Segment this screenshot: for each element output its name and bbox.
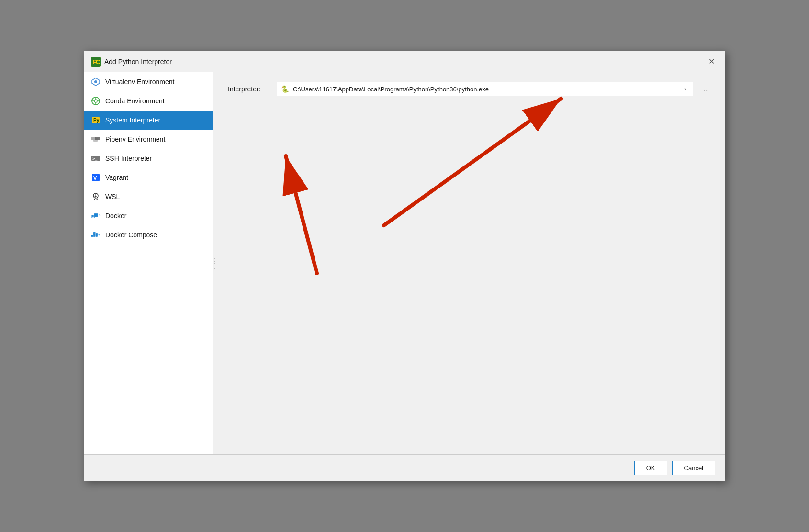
sidebar-label-docker: Docker — [105, 212, 126, 220]
interpreter-path: C:\Users\11617\AppData\Local\Programs\Py… — [293, 86, 677, 93]
svg-rect-25 — [94, 213, 96, 215]
browse-button[interactable]: ... — [699, 82, 713, 96]
sidebar-item-system[interactable]: Py System Interpreter — [84, 111, 213, 130]
add-python-interpreter-dialog: P C Add Python Interpreter ✕ Virtualenv … — [84, 51, 725, 481]
ok-button[interactable]: OK — [634, 461, 667, 475]
svg-rect-15 — [95, 137, 100, 140]
annotation-arrows — [216, 72, 725, 454]
sidebar-item-virtualenv[interactable]: Virtualenv Environment — [84, 72, 213, 91]
sidebar-label-wsl: WSL — [105, 193, 120, 200]
sidebar-label-pipenv: Pipenv Environment — [105, 135, 165, 143]
content-area: Interpreter: 🐍 C:\Users\11617\AppData\Lo… — [216, 72, 725, 454]
sidebar-item-pipenv[interactable]: Pipenv Environment — [84, 130, 213, 149]
conda-icon — [91, 96, 101, 106]
pipenv-icon — [91, 134, 101, 144]
app-icon: P C — [91, 57, 101, 66]
svg-rect-26 — [96, 213, 98, 215]
interpreter-dropdown[interactable]: 🐍 C:\Users\11617\AppData\Local\Programs\… — [277, 82, 693, 96]
svg-text:V: V — [93, 175, 97, 181]
svg-rect-28 — [93, 235, 95, 237]
svg-rect-27 — [91, 235, 93, 237]
svg-text:C: C — [96, 58, 101, 66]
svg-rect-30 — [93, 233, 95, 235]
sidebar-label-conda: Conda Environment — [105, 97, 165, 105]
dialog-footer: OK Cancel — [84, 454, 725, 481]
interpreter-path-icon: 🐍 — [281, 85, 289, 93]
sidebar-label-vagrant: Vagrant — [105, 174, 128, 181]
dialog-title: Add Python Interpreter — [104, 58, 172, 66]
svg-line-36 — [384, 99, 561, 225]
dropdown-arrow-icon: ▾ — [681, 85, 689, 93]
sidebar-label-virtualenv: Virtualenv Environment — [105, 78, 174, 86]
svg-line-35 — [286, 156, 317, 273]
svg-rect-23 — [94, 215, 96, 217]
svg-point-6 — [94, 100, 97, 102]
svg-rect-32 — [93, 232, 95, 233]
svg-text:Py: Py — [93, 118, 100, 123]
sidebar-label-system: System Interpreter — [105, 116, 160, 124]
ssh-icon: >_ — [91, 154, 101, 163]
sidebar-item-docker[interactable]: Docker — [84, 206, 213, 225]
sidebar-label-docker-compose: Docker Compose — [105, 231, 157, 239]
svg-rect-29 — [96, 235, 98, 237]
title-bar: P C Add Python Interpreter ✕ — [84, 51, 725, 72]
virtualenv-icon — [91, 77, 101, 87]
close-button[interactable]: ✕ — [705, 55, 718, 68]
sidebar: Virtualenv Environment Conda Environment — [84, 72, 213, 454]
sidebar-label-ssh: SSH Interpreter — [105, 155, 152, 162]
cancel-button[interactable]: Cancel — [672, 461, 715, 475]
docker-compose-icon — [91, 230, 101, 240]
svg-text:>_: >_ — [92, 156, 98, 161]
wsl-icon — [91, 192, 101, 201]
svg-rect-24 — [96, 215, 98, 217]
interpreter-row: Interpreter: 🐍 C:\Users\11617\AppData\Lo… — [228, 82, 713, 96]
vagrant-icon: V — [91, 173, 101, 182]
interpreter-label: Interpreter: — [228, 85, 271, 93]
svg-rect-31 — [96, 233, 98, 235]
svg-rect-22 — [92, 215, 94, 217]
sidebar-item-docker-compose[interactable]: Docker Compose — [84, 225, 213, 244]
docker-icon — [91, 211, 101, 221]
sidebar-item-ssh[interactable]: >_ SSH Interpreter — [84, 149, 213, 168]
system-icon: Py — [91, 115, 101, 125]
dialog-body: Virtualenv Environment Conda Environment — [84, 72, 725, 454]
title-bar-left: P C Add Python Interpreter — [91, 57, 172, 66]
sidebar-item-wsl[interactable]: WSL — [84, 187, 213, 206]
sidebar-item-conda[interactable]: Conda Environment — [84, 91, 213, 111]
svg-point-4 — [94, 80, 97, 83]
sidebar-item-vagrant[interactable]: V Vagrant — [84, 168, 213, 187]
